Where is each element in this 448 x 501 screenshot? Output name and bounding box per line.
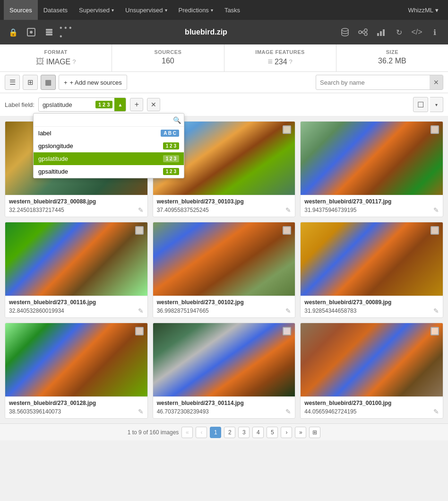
supervised-arrow: ▾ (112, 8, 114, 13)
grid-view-button[interactable]: ⊞ (309, 427, 320, 438)
search-input[interactable] (316, 79, 430, 86)
dropdown-item-gpsaltitude[interactable]: gpsaltitude 1 2 3 (34, 165, 184, 178)
svg-rect-2 (46, 29, 52, 31)
svg-line-9 (362, 31, 364, 32)
image-card-info-3: western_bluebird/273_00116.jpg 32.840532… (5, 296, 147, 317)
page-5-button[interactable]: 5 (267, 427, 278, 438)
edit-icon-3[interactable]: ✎ (138, 307, 144, 315)
nav-unsupervised[interactable]: Unsupervised ▾ (120, 0, 173, 20)
last-page-button[interactable]: » (295, 427, 306, 438)
edit-icon-0[interactable]: ✎ (138, 206, 144, 214)
page-4-button[interactable]: 4 (252, 427, 264, 438)
db-icon[interactable] (337, 25, 353, 40)
refresh-icon[interactable]: ↻ (391, 25, 406, 40)
first-page-button[interactable]: « (181, 427, 193, 438)
next-page-button[interactable]: › (281, 427, 292, 438)
bird-image-2 (301, 122, 443, 195)
nav-sources[interactable]: Sources (4, 0, 38, 20)
label-select-value: gpslatitude (39, 101, 95, 108)
add-icon: + (64, 79, 68, 86)
nav-predictions[interactable]: Predictions ▾ (173, 0, 219, 20)
nav-datasets[interactable]: Datasets (38, 0, 73, 20)
edit-icon-7[interactable]: ✎ (285, 408, 291, 415)
format-help-icon[interactable]: ? (72, 58, 76, 65)
features-help-icon[interactable]: ? (289, 58, 293, 65)
edit-icon-8[interactable]: ✎ (433, 408, 439, 415)
dropdown-item-label[interactable]: label A B C (34, 127, 184, 140)
image-card-info-1: western_bluebird/273_00103.jpg 37.409558… (153, 195, 295, 217)
bird-image-3 (5, 222, 147, 296)
image-card-info-8: western_bluebird/273_00100.jpg 44.056594… (301, 396, 443, 418)
prev-page-button[interactable]: ‹ (196, 427, 207, 438)
nav-tasks[interactable]: Tasks (219, 0, 246, 20)
image-value-0: 32.245018337217445 (9, 207, 64, 213)
image-card-info-5: western_bluebird/273_00089.jpg 31.928543… (301, 296, 443, 317)
footer: 1 to 9 of 160 images « ‹ 1 2 3 4 5 › » ⊞ (0, 423, 448, 440)
stats-row: FORMAT 🖼 IMAGE ? SOURCES 160 IMAGE FEATU… (0, 44, 448, 72)
predictions-arrow: ▾ (211, 8, 213, 13)
grid-expand-button[interactable]: ▾ (430, 97, 443, 112)
edit-icon-6[interactable]: ✎ (138, 408, 144, 415)
edit-icon-2[interactable]: ✎ (433, 206, 439, 214)
image-filename-6: western_bluebird/273_00128.jpg (9, 400, 144, 406)
edit-icon-5[interactable]: ✎ (433, 307, 439, 315)
svg-rect-13 (383, 29, 385, 36)
page-3-button[interactable]: 3 (238, 427, 250, 438)
label-select-dropdown[interactable]: gpslatitude 1 2 3 ▲ (38, 97, 126, 112)
dots-icon[interactable]: • • • • (60, 25, 75, 40)
source-icon[interactable] (24, 25, 39, 40)
split-icon[interactable] (355, 25, 370, 40)
format-label: FORMAT (44, 49, 68, 55)
search-clear-button[interactable]: ✕ (430, 75, 443, 90)
add-sources-button[interactable]: + + Add new sources (59, 75, 127, 90)
image-card-info-7: western_bluebird/273_00114.jpg 46.703723… (153, 396, 295, 418)
lock-icon[interactable]: 🔒 (6, 25, 21, 40)
code-icon[interactable]: </> (409, 25, 424, 40)
image-card: western_bluebird/273_00128.jpg 38.560353… (5, 323, 148, 419)
stat-format: FORMAT 🖼 IMAGE ? (0, 44, 112, 71)
edit-icon-4[interactable]: ✎ (285, 307, 291, 315)
dataset-icon[interactable] (42, 25, 57, 40)
nav-brand[interactable]: WhizzML ▾ (403, 7, 444, 14)
image-value-4: 36.99828751947665 (157, 308, 209, 314)
card-checkbox-6[interactable] (135, 327, 144, 335)
page-1-button[interactable]: 1 (210, 427, 221, 438)
dropdown-search-icon: 🔍 (173, 116, 181, 124)
image-card: western_bluebird/273_00102.jpg 36.998287… (153, 222, 296, 318)
image-filename-1: western_bluebird/273_00103.jpg (157, 198, 292, 205)
card-checkbox-3[interactable] (135, 226, 144, 235)
dropdown-item-gpslongitude[interactable]: gpslongitude 1 2 3 (34, 140, 184, 152)
svg-point-1 (30, 31, 33, 34)
card-checkbox-5[interactable] (431, 226, 439, 235)
bird-image-6 (5, 323, 147, 396)
card-checkbox-7[interactable] (283, 327, 291, 335)
chart-icon[interactable] (373, 25, 388, 40)
card-checkbox-2[interactable] (431, 125, 439, 134)
dropdown-search-input[interactable] (36, 115, 173, 124)
list-view-button[interactable]: ☰ (5, 75, 20, 90)
card-checkbox-4[interactable] (283, 226, 291, 235)
bird-image-5 (301, 222, 443, 296)
dropdown-item-gpslatitude[interactable]: gpslatitude 1 2 3 (34, 152, 184, 165)
footer-summary: 1 to 9 of 160 images (128, 429, 179, 436)
label-add-button[interactable]: + (130, 98, 143, 111)
label-delete-button[interactable]: ✕ (147, 98, 160, 111)
page-2-button[interactable]: 2 (224, 427, 235, 438)
image-value-8: 44.05659462724195 (304, 408, 356, 415)
card-checkbox-8[interactable] (431, 327, 439, 335)
image-value-3: 32.840532860019934 (9, 308, 64, 314)
edit-icon-1[interactable]: ✎ (285, 206, 291, 214)
image-card: western_bluebird/273_00117.jpg 31.943759… (300, 121, 443, 217)
info-icon[interactable]: ℹ (427, 25, 442, 40)
nav-supervised[interactable]: Supervised ▾ (73, 0, 120, 20)
card-checkbox-1[interactable] (283, 125, 291, 134)
db-view-button[interactable]: ⊞ (23, 75, 38, 90)
filename: bluebird.zip (78, 28, 335, 36)
image-view-button[interactable]: ▦ (41, 75, 56, 90)
image-value-6: 38.56035396140073 (9, 408, 61, 415)
image-filename-4: western_bluebird/273_00102.jpg (157, 299, 292, 306)
search-box: ✕ (316, 75, 443, 90)
grid-toggle-button[interactable]: ☐ (413, 97, 428, 112)
size-value: 36.2 MB (378, 57, 406, 65)
action-bar: ☰ ⊞ ▦ + + Add new sources ✕ (0, 72, 448, 93)
